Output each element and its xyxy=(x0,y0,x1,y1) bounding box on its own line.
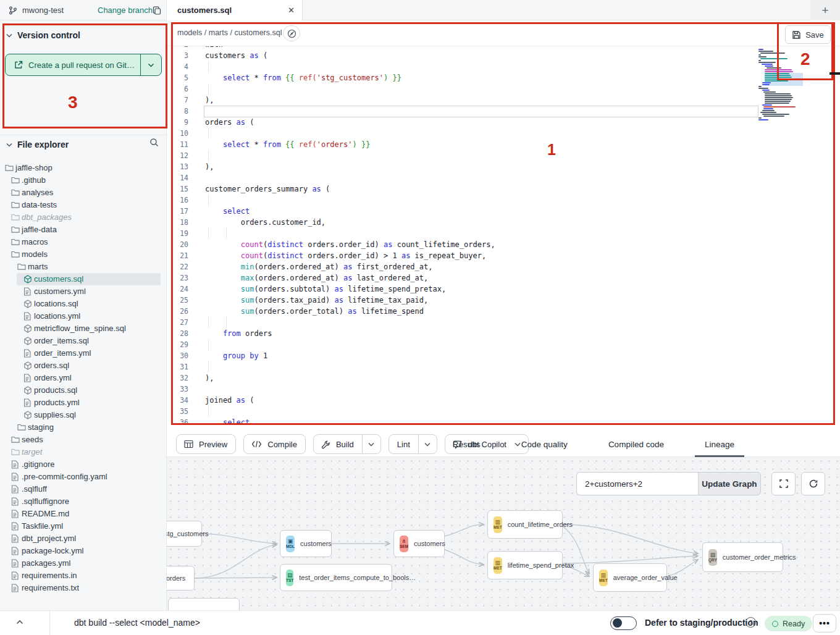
cli-command[interactable]: dbt build --select <model_name> xyxy=(74,618,200,628)
code-line-26[interactable]: 26 sum(orders.order_total) as lifetime_s… xyxy=(167,306,840,317)
tab-code-quality[interactable]: Code quality xyxy=(511,431,578,457)
lineage-node-partial[interactable] xyxy=(168,598,240,610)
new-tab-button[interactable]: + xyxy=(810,0,840,20)
code-line-20[interactable]: 20 count(distinct orders.order_id) as co… xyxy=(167,239,840,250)
tree-item-dbt-packages[interactable]: dbt_packages xyxy=(0,211,167,224)
copy-icon[interactable] xyxy=(153,6,161,15)
lineage-node-lifetime-spend-pretax[interactable]: ▥METlifetime_spend_pretax xyxy=(487,551,563,579)
code-line-18[interactable]: 18 orders.customer_id, xyxy=(167,217,840,228)
tree-item-packages-yml[interactable]: packages.yml xyxy=(0,557,167,570)
tree-item--gitignore[interactable]: .gitignore xyxy=(0,458,167,471)
lineage-node-customers[interactable]: ⋔SEMcustomers xyxy=(393,530,445,557)
tree-item-locations-yml[interactable]: locations.yml xyxy=(0,310,167,322)
fullscreen-button[interactable] xyxy=(771,472,796,495)
code-line-8[interactable]: 8 xyxy=(167,106,840,117)
code-line-9[interactable]: 9orders as ( xyxy=(167,117,840,128)
code-line-33[interactable]: 33 xyxy=(167,384,840,395)
refresh-button[interactable] xyxy=(801,472,825,495)
change-branch-link[interactable]: Change branch xyxy=(98,6,153,15)
tree-item-package-lock-yml[interactable]: package-lock.yml xyxy=(0,545,167,557)
tree-item-requirements-in[interactable]: requirements.in xyxy=(0,570,167,582)
code-line-35[interactable]: 35 xyxy=(167,406,840,417)
defer-toggle[interactable] xyxy=(610,616,637,630)
tree-item-data-tests[interactable]: data-tests xyxy=(0,199,167,211)
code-line-7[interactable]: 7), xyxy=(167,95,840,106)
tree-item-order-items-yml[interactable]: order_items.yml xyxy=(0,347,167,360)
help-icon[interactable]: ? xyxy=(746,617,756,628)
pr-dropdown-chevron-icon[interactable] xyxy=(141,63,161,67)
lineage-node-average-order-value[interactable]: ▥METaverage_order_value xyxy=(593,563,667,592)
tab-compiled-code[interactable]: Compiled code xyxy=(598,431,674,457)
tree-item-order-items-sql[interactable]: order_items.sql xyxy=(0,335,167,347)
save-button[interactable]: Save xyxy=(785,25,831,44)
compile-button[interactable]: Compile xyxy=(243,434,306,454)
lint-button[interactable]: Lint xyxy=(388,434,437,454)
tree-item-analyses[interactable]: analyses xyxy=(0,187,167,199)
code-line-17[interactable]: 17 select xyxy=(167,206,840,217)
code-line-5[interactable]: 5 select * from {{ ref('stg_customers') … xyxy=(167,72,840,83)
code-line-28[interactable]: 28 from orders xyxy=(167,328,840,339)
lineage-filter-input[interactable] xyxy=(576,472,698,495)
tab-results[interactable]: Results xyxy=(443,431,490,457)
more-options-button[interactable]: ••• xyxy=(813,614,836,633)
create-pull-request-main[interactable]: Create a pull request on Git… xyxy=(6,54,141,75)
file-explorer-header[interactable]: File explorer xyxy=(0,138,167,151)
code-line-4[interactable]: 4 xyxy=(167,61,840,72)
build-button[interactable]: Build xyxy=(313,434,381,454)
split-chevron-button[interactable] xyxy=(362,435,380,453)
tree-item-target[interactable]: target xyxy=(0,446,167,458)
tree-item-customers-sql[interactable]: customers.sql xyxy=(0,273,167,285)
version-control-header[interactable]: Version control xyxy=(0,29,167,41)
search-icon[interactable] xyxy=(149,138,159,147)
code-line-14[interactable]: 14 xyxy=(167,172,840,183)
copilot-pill-button[interactable] xyxy=(283,25,300,41)
tree-item-metricflow-time-spine-sql[interactable]: metricflow_time_spine.sql xyxy=(0,322,167,335)
tree-item-dbt-project-yml[interactable]: dbt_project.yml xyxy=(0,532,167,545)
preview-button[interactable]: Preview xyxy=(176,434,236,454)
tree-item-readme-md[interactable]: README.md xyxy=(0,508,167,520)
code-line-32[interactable]: 32), xyxy=(167,372,840,384)
update-graph-button[interactable]: Update Graph xyxy=(698,472,761,495)
tree-item-macros[interactable]: macros xyxy=(0,236,167,248)
tab-lineage[interactable]: Lineage xyxy=(695,431,744,457)
tree-item-products-sql[interactable]: products.sql xyxy=(0,384,167,397)
code-line-31[interactable]: 31 xyxy=(167,361,840,372)
tree-item--sqlfluffignore[interactable]: .sqlfluffignore xyxy=(0,495,167,508)
close-tab-icon[interactable]: ✕ xyxy=(288,6,295,15)
tree-item-customers-yml[interactable]: customers.yml xyxy=(0,285,167,298)
code-line-22[interactable]: 22 min(orders.ordered_at) as first_order… xyxy=(167,261,840,272)
tree-item-marts[interactable]: marts xyxy=(0,261,167,273)
lineage-node-count-lifetime-orders[interactable]: ▥METcount_lifetime_orders xyxy=(487,510,563,539)
tree-item-jaffle-data[interactable]: jaffle-data xyxy=(0,224,167,236)
code-line-3[interactable]: 3customers as ( xyxy=(167,50,840,61)
lineage-node-stg-customers[interactable]: stg_customers xyxy=(167,521,202,547)
tree-item-requirements-txt[interactable]: requirements.txt xyxy=(0,582,167,594)
tree-item--pre-commit-config-yaml[interactable]: .pre-commit-config.yaml xyxy=(0,471,167,483)
split-chevron-button[interactable] xyxy=(418,435,437,453)
code-editor[interactable]: 2with3customers as (45 select * from {{ … xyxy=(167,46,840,431)
tree-item-locations-sql[interactable]: locations.sql xyxy=(0,298,167,310)
code-line-36[interactable]: 36 select xyxy=(167,417,840,428)
tree-item--github[interactable]: .github xyxy=(0,174,167,187)
code-line-23[interactable]: 23 max(orders.ordered_at) as last_ordere… xyxy=(167,272,840,284)
code-line-19[interactable]: 19 xyxy=(167,228,840,239)
tree-item-seeds[interactable]: seeds xyxy=(0,434,167,446)
create-pull-request-button[interactable]: Create a pull request on Git… xyxy=(5,54,162,76)
code-line-21[interactable]: 21 count(distinct orders.order_id) > 1 a… xyxy=(167,250,840,261)
code-line-10[interactable]: 10 xyxy=(167,128,840,139)
code-line-27[interactable]: 27 xyxy=(167,317,840,328)
lineage-node-customer-order-metrics[interactable]: ▧QRYcustomer_order_metrics xyxy=(702,542,783,572)
code-line-11[interactable]: 11 select * from {{ ref('orders') }} xyxy=(167,139,840,150)
code-line-12[interactable]: 12 xyxy=(167,150,840,161)
lineage-node-orders[interactable]: orders xyxy=(167,566,195,591)
code-line-16[interactable]: 16 xyxy=(167,195,840,206)
code-line-34[interactable]: 34joined as ( xyxy=(167,395,840,406)
tree-item-taskfile-yml[interactable]: Taskfile.yml xyxy=(0,520,167,532)
tree-item-models[interactable]: models xyxy=(0,248,167,261)
code-line-6[interactable]: 6 xyxy=(167,83,840,95)
tree-item-jaffle-shop[interactable]: jaffle-shop xyxy=(0,162,167,174)
tree-item--sqlfluff[interactable]: .sqlfluff xyxy=(0,483,167,495)
tree-item-supplies-sql[interactable]: supplies.sql xyxy=(0,409,167,421)
tree-item-staging[interactable]: staging xyxy=(0,421,167,434)
code-line-15[interactable]: 15customer_orders_summary as ( xyxy=(167,183,840,195)
